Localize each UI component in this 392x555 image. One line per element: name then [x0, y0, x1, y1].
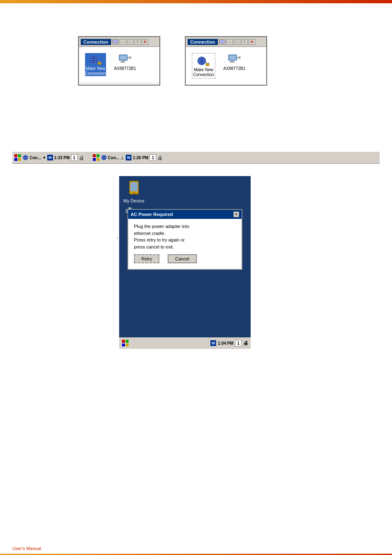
- taskbar-num-right: 1: [150, 154, 156, 161]
- taskbar-con-left[interactable]: Con...: [30, 156, 41, 160]
- device-screen-top: My Device AC Power Required ✕: [119, 176, 251, 337]
- network-icon-right: [219, 39, 226, 45]
- ac-dialog-message: Plug the power adapter into ethernet cra…: [134, 223, 236, 250]
- window-title-right: Connection: [187, 39, 218, 45]
- taskbar-globe-icon-right: [101, 155, 107, 160]
- help-btn-right[interactable]: ?: [241, 39, 248, 45]
- ax-label-right: AX88772B1: [224, 66, 245, 71]
- svg-rect-29: [229, 56, 236, 60]
- restore-btn-right[interactable]: □: [234, 39, 240, 45]
- minimize-btn-right[interactable]: ─: [226, 39, 233, 45]
- window-title-left: Connection: [81, 39, 111, 45]
- window-body-left: Make NewConnection: [79, 47, 159, 82]
- ax-label-left: AX88772B1: [114, 66, 136, 71]
- device-num: 1: [235, 340, 242, 346]
- my-device-row: My Device: [123, 180, 144, 203]
- taskbar-word-icon-right: W: [126, 155, 131, 160]
- svg-rect-19: [221, 43, 223, 44]
- svg-rect-2: [115, 43, 116, 44]
- taskbar-con-right[interactable]: Con...: [108, 156, 120, 160]
- device-printer: 🖨: [243, 340, 248, 346]
- network-icon-left: [112, 39, 119, 45]
- taskbar-printer-right: 🖨: [157, 155, 163, 161]
- device-screen: My Device AC Power Required ✕: [119, 176, 251, 349]
- svg-rect-14: [120, 62, 125, 63]
- taskbar-globe-icon-left: [23, 155, 28, 160]
- ac-dialog-titlebar: AC Power Required ✕: [128, 210, 242, 219]
- close-btn-right[interactable]: ✕: [249, 39, 255, 45]
- start-button-left[interactable]: [14, 154, 21, 161]
- cancel-button[interactable]: Cancel: [168, 254, 196, 263]
- svg-rect-42: [97, 154, 99, 157]
- svg-rect-53: [122, 340, 125, 343]
- svg-rect-10: [100, 61, 101, 63]
- svg-rect-49: [130, 182, 138, 191]
- svg-rect-30: [231, 60, 233, 62]
- svg-rect-37: [18, 158, 21, 161]
- device-taskbar-right: W 1:04 PM 1 🖨: [210, 340, 248, 346]
- svg-rect-31: [230, 62, 235, 63]
- close-btn-left[interactable]: ✕: [142, 39, 148, 45]
- minimize-btn-left[interactable]: ─: [120, 39, 126, 45]
- comma-note: ,: [116, 234, 118, 239]
- device-word-icon: W: [210, 340, 216, 346]
- taskbar-down-arrow-right: ⊥: [120, 155, 125, 160]
- taskbar-word-icon-left: W: [47, 155, 53, 160]
- ax88772b1-right[interactable]: AX88772B1: [224, 53, 245, 79]
- ax88772b1-left[interactable]: AX88772B1: [114, 53, 136, 76]
- svg-rect-41: [93, 154, 96, 157]
- device-taskbar: W 1:04 PM 1 🖨: [119, 337, 251, 349]
- device-screen-container: My Device AC Power Required ✕: [119, 176, 259, 349]
- svg-rect-34: [14, 154, 17, 157]
- ac-dialog-body: Plug the power adapter into ethernet cra…: [128, 219, 242, 269]
- ac-dialog-buttons: Retry Cancel: [134, 254, 236, 265]
- connection-window-right: Connection ─ □ ? ✕: [185, 36, 267, 86]
- ax-icon-left: [118, 53, 131, 66]
- top-bar: [0, 0, 392, 3]
- my-device-label: My Device: [123, 198, 144, 203]
- make-new-connection-right[interactable]: Make NewConnection: [192, 53, 215, 79]
- make-new-label-left: Make NewConnection: [85, 66, 106, 76]
- svg-rect-33: [239, 56, 240, 59]
- taskbar-row: Con... ✦ W 1:33 PM 1 🖨: [12, 151, 380, 164]
- footer-label: User's Manual: [12, 546, 41, 551]
- make-new-icon-right: [197, 54, 210, 67]
- svg-rect-43: [93, 158, 96, 161]
- svg-rect-55: [122, 344, 125, 346]
- windows-area: Connection ─ □ ? ✕: [78, 36, 380, 86]
- svg-rect-16: [129, 56, 131, 59]
- svg-point-50: [133, 193, 135, 194]
- start-button-right[interactable]: [92, 154, 100, 161]
- svg-rect-27: [208, 63, 209, 64]
- ac-power-dialog: AC Power Required ✕ Plug the power adapt…: [127, 209, 242, 270]
- taskbar-left: Con... ✦ W 1:33 PM 1 🖨: [14, 154, 84, 161]
- svg-rect-56: [126, 344, 129, 346]
- my-device-icon: [128, 180, 140, 197]
- device-start-btn[interactable]: [122, 339, 129, 347]
- taskbar-printer-left: 🖨: [79, 155, 84, 161]
- device-time: 1:04 PM: [218, 341, 233, 346]
- make-new-connection-left[interactable]: Make NewConnection: [85, 53, 106, 76]
- taskbar-arrow-left: ✦: [42, 155, 46, 160]
- ax-icon-right: [228, 53, 241, 66]
- titlebar-left: Connection ─ □ ? ✕: [79, 37, 159, 47]
- retry-button[interactable]: Retry: [134, 254, 159, 263]
- make-new-icon-left: [89, 53, 102, 66]
- window-body-right: Make NewConnection: [186, 47, 266, 85]
- connection-window-left: Connection ─ □ ? ✕: [78, 36, 160, 86]
- taskbar-num-left: 1: [71, 154, 78, 161]
- svg-rect-26: [206, 63, 207, 64]
- icons-row-left: Make NewConnection: [83, 51, 138, 78]
- ac-dialog-close-btn[interactable]: ✕: [233, 211, 239, 217]
- help-btn-left[interactable]: ?: [134, 39, 141, 45]
- taskbar-time-left: 1:33 PM: [54, 156, 70, 160]
- svg-rect-18: [220, 40, 224, 43]
- ac-dialog-title: AC Power Required: [131, 212, 173, 217]
- svg-rect-1: [113, 40, 118, 43]
- restore-btn-left[interactable]: □: [127, 39, 134, 45]
- svg-rect-12: [120, 56, 127, 60]
- svg-rect-13: [122, 60, 124, 62]
- svg-rect-35: [18, 154, 21, 157]
- icons-row-right: Make NewConnection: [190, 51, 247, 81]
- titlebar-right: Connection ─ □ ? ✕: [186, 37, 266, 47]
